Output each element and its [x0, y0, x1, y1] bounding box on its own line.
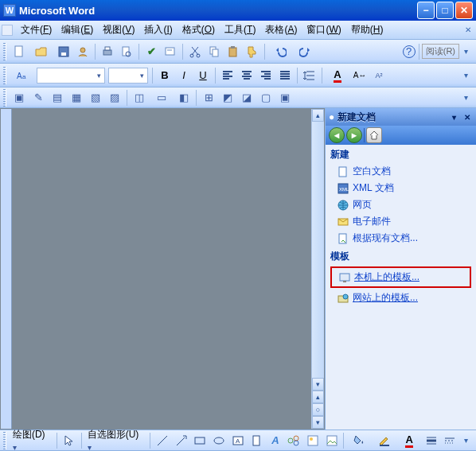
tb-icon-10[interactable]: ⊞ [200, 89, 217, 107]
minimize-button[interactable]: − [417, 2, 435, 19]
menu-format[interactable]: 格式(O) [178, 21, 220, 39]
back-button[interactable]: ◄ [329, 127, 345, 143]
print-button[interactable] [99, 43, 116, 60]
format-painter-button[interactable] [244, 43, 261, 60]
diagram-button[interactable] [286, 432, 303, 449]
align-left-button[interactable] [219, 67, 236, 84]
undo-button[interactable] [268, 43, 292, 60]
home-button[interactable] [366, 127, 382, 143]
tb-icon-2[interactable]: ✎ [29, 89, 47, 107]
taskpane-close-button[interactable]: ✕ [462, 111, 473, 122]
menu-window[interactable]: 窗口(W) [302, 21, 345, 39]
bold-button[interactable]: B [156, 67, 174, 84]
permission-button[interactable] [74, 43, 92, 60]
scroll-up-button[interactable]: ▴ [312, 109, 324, 122]
toolbar-grip[interactable] [3, 432, 6, 449]
tb-icon-1[interactable]: ▣ [10, 89, 28, 107]
styles-button[interactable]: Aa [10, 67, 34, 84]
textbox-button[interactable]: A [229, 432, 247, 449]
menu-file[interactable]: 文件(F) [16, 21, 57, 39]
tb-icon-8[interactable]: ▭ [150, 89, 174, 107]
line-spacing-button[interactable] [301, 67, 318, 84]
tb-icon-11[interactable]: ◩ [219, 89, 236, 107]
doc-system-icon[interactable] [2, 25, 13, 36]
font-size-dropdown[interactable]: ▾ [108, 68, 148, 84]
new-blank-doc[interactable]: 空白文档 [326, 163, 476, 180]
save-button[interactable] [55, 43, 72, 60]
spellcheck-button[interactable]: ✔ [142, 43, 160, 60]
tb-icon-9[interactable]: ◧ [175, 89, 193, 107]
font-color-button-draw[interactable]: A [397, 432, 420, 449]
font-color-button[interactable]: A [326, 67, 349, 84]
document-area[interactable]: ▴ ▾ ▴ ○ ▾ [0, 108, 325, 430]
vtextbox-button[interactable] [248, 432, 265, 449]
line-color-button[interactable] [373, 432, 396, 449]
toolbar-options-icon[interactable]: ▾ [459, 436, 473, 445]
tb-icon-14[interactable]: ▣ [276, 89, 294, 107]
line-style-button[interactable] [423, 432, 440, 449]
redo-button[interactable] [294, 43, 318, 60]
menu-tools[interactable]: 工具(T) [220, 21, 260, 39]
tb-icon-7[interactable]: ◫ [131, 89, 148, 107]
new-xml-doc[interactable]: XMLXML 文档 [326, 180, 476, 196]
toolbar-grip[interactable] [3, 89, 6, 107]
tb-icon-12[interactable]: ◪ [238, 89, 256, 107]
toolbar-grip[interactable] [3, 43, 6, 60]
paste-button[interactable] [224, 43, 242, 60]
menu-edit[interactable]: 编辑(E) [57, 21, 98, 39]
print-preview-button[interactable] [118, 43, 135, 60]
copy-button[interactable] [205, 43, 223, 60]
menu-table[interactable]: 表格(A) [260, 21, 302, 39]
new-webpage[interactable]: 网页 [326, 196, 476, 213]
close-button[interactable]: ✕ [455, 2, 473, 19]
forward-button[interactable]: ► [346, 127, 362, 143]
vertical-scrollbar[interactable]: ▴ ▾ ▴ ○ ▾ [311, 109, 324, 429]
arrow-button[interactable] [173, 432, 190, 449]
toolbar-options-icon[interactable]: ▾ [459, 93, 473, 102]
line-button[interactable] [154, 432, 171, 449]
browse-object-button[interactable]: ○ [312, 403, 324, 416]
menu-view[interactable]: 视图(V) [98, 21, 139, 39]
reading-layout-button[interactable]: 阅读(R) [422, 44, 459, 59]
fill-color-button[interactable] [347, 432, 370, 449]
wordart-button[interactable]: A [267, 432, 284, 449]
tb-icon-6[interactable]: ▨ [106, 89, 123, 107]
dash-style-button[interactable] [441, 432, 458, 449]
prev-page-button[interactable]: ▴ [312, 391, 324, 403]
draw-menu[interactable]: 绘图(D) ▾ [10, 428, 54, 451]
char-scaling-button[interactable]: A↔ [351, 67, 369, 84]
new-email[interactable]: 电子邮件 [326, 213, 476, 230]
research-button[interactable] [162, 43, 179, 60]
menubar-close-icon[interactable]: ✕ [465, 25, 474, 34]
tb-icon-4[interactable]: ▦ [68, 89, 85, 107]
align-justify-button[interactable] [276, 67, 294, 84]
toolbar-options-icon[interactable]: ▾ [459, 47, 473, 56]
align-right-button[interactable] [257, 67, 275, 84]
tb-icon-3[interactable]: ▤ [49, 89, 66, 107]
font-family-dropdown[interactable]: ▾ [37, 68, 105, 84]
menu-help[interactable]: 帮助(H) [346, 21, 388, 39]
menu-insert[interactable]: 插入(I) [139, 21, 177, 39]
toolbar-options-icon[interactable]: ▾ [459, 71, 473, 80]
select-objects-button[interactable] [60, 432, 78, 449]
cut-button[interactable] [186, 43, 204, 60]
taskpane-menu-button[interactable]: ▾ [448, 111, 459, 122]
italic-button[interactable]: I [175, 67, 193, 84]
toolbar-grip[interactable] [3, 67, 6, 84]
open-button[interactable] [29, 43, 53, 60]
align-center-button[interactable] [238, 67, 256, 84]
new-from-existing[interactable]: 根据现有文档... [326, 230, 476, 247]
clipart-button[interactable] [304, 432, 322, 449]
new-doc-button[interactable] [10, 43, 28, 60]
picture-button[interactable] [323, 432, 341, 449]
next-page-button[interactable]: ▾ [312, 416, 324, 429]
tb-icon-13[interactable]: ▢ [257, 89, 275, 107]
superscript-button[interactable]: A² [370, 67, 388, 84]
help-button[interactable]: ? [403, 45, 416, 58]
templates-on-computer[interactable]: 本机上的模板... [335, 269, 466, 286]
scroll-down-button[interactable]: ▾ [312, 378, 324, 391]
tb-icon-5[interactable]: ▧ [87, 89, 104, 107]
maximize-button[interactable]: □ [436, 2, 454, 19]
rectangle-button[interactable] [192, 432, 209, 449]
underline-button[interactable]: U [194, 67, 212, 84]
